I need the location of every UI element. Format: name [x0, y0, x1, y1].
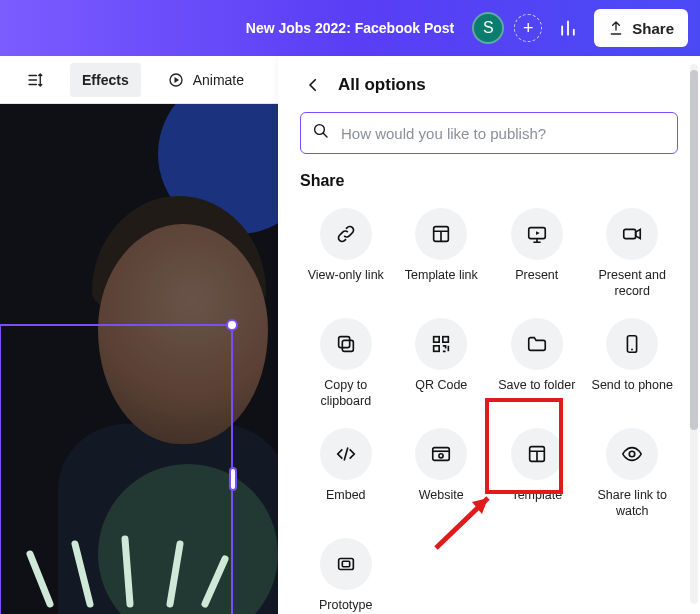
folder-icon: [511, 318, 563, 370]
share-option-label: View-only link: [308, 268, 384, 300]
embed-icon: [320, 428, 372, 480]
share-option-label: Copy to clipboard: [300, 378, 392, 410]
link-icon: [320, 208, 372, 260]
design-canvas[interactable]: re g: [0, 104, 278, 614]
panel-title: All options: [338, 75, 426, 95]
share-option-label: Prototype: [319, 598, 373, 614]
app-root: New Jobs 2022: Facebook Post S + Share E…: [0, 0, 700, 614]
share-option-present-and-record[interactable]: Present and record: [587, 204, 679, 304]
search-wrapper: [300, 112, 678, 154]
share-option-copy-to-clipboard[interactable]: Copy to clipboard: [300, 314, 392, 414]
share-option-template-link[interactable]: Template link: [396, 204, 488, 304]
qr-icon: [415, 318, 467, 370]
search-icon: [312, 122, 330, 144]
insights-button[interactable]: [552, 12, 584, 44]
add-member-button[interactable]: +: [514, 14, 542, 42]
prototype-icon: [320, 538, 372, 590]
svg-rect-9: [624, 229, 636, 238]
user-avatar[interactable]: S: [472, 12, 504, 44]
share-panel: All options Share View-only linkTemplate…: [278, 56, 700, 614]
share-option-label: Present: [515, 268, 558, 300]
animate-button[interactable]: Animate: [155, 63, 256, 97]
line-spacing-button[interactable]: [14, 63, 56, 97]
share-option-label: Present and record: [587, 268, 679, 300]
present-icon: [511, 208, 563, 260]
annotation-arrow: [428, 486, 508, 556]
share-option-label: Send to phone: [592, 378, 673, 410]
share-option-embed[interactable]: Embed: [300, 424, 392, 524]
share-option-label: QR Code: [415, 378, 467, 410]
resize-handle-mid-right[interactable]: [229, 467, 237, 491]
share-option-view-only-link[interactable]: View-only link: [300, 204, 392, 304]
effects-button[interactable]: Effects: [70, 63, 141, 97]
website-icon: [415, 428, 467, 480]
template-icon: [415, 208, 467, 260]
share-button[interactable]: Share: [594, 9, 688, 47]
search-input[interactable]: [300, 112, 678, 154]
animate-label: Animate: [193, 72, 244, 88]
share-option-share-link-to-watch[interactable]: Share link to watch: [587, 424, 679, 524]
svg-point-19: [630, 451, 636, 457]
upload-icon: [608, 20, 624, 36]
svg-rect-20: [338, 559, 353, 570]
share-option-qr-code[interactable]: QR Code: [396, 314, 488, 414]
top-header: New Jobs 2022: Facebook Post S + Share: [0, 0, 700, 56]
watch-icon: [606, 428, 658, 480]
svg-rect-11: [338, 337, 349, 348]
chevron-left-icon: [304, 76, 322, 94]
highlight-rectangle: [485, 398, 563, 494]
bar-chart-icon: [558, 18, 578, 38]
share-section-label: Share: [300, 172, 678, 190]
svg-rect-21: [342, 561, 349, 567]
svg-rect-13: [443, 337, 449, 343]
share-option-label: Template link: [405, 268, 478, 300]
resize-handle-top-right[interactable]: [226, 319, 238, 331]
line-spacing-icon: [26, 71, 44, 89]
share-button-label: Share: [632, 20, 674, 37]
share-option-label: Embed: [326, 488, 366, 520]
animate-icon: [167, 71, 185, 89]
panel-header: All options: [300, 72, 678, 98]
svg-rect-12: [434, 337, 440, 343]
effects-label: Effects: [82, 72, 129, 88]
share-option-label: Share link to watch: [587, 488, 679, 520]
share-option-prototype[interactable]: Prototype: [300, 534, 392, 614]
phone-icon: [606, 318, 658, 370]
scrollbar-thumb[interactable]: [690, 70, 698, 430]
back-button[interactable]: [300, 72, 326, 98]
svg-rect-14: [434, 346, 440, 352]
svg-point-17: [439, 454, 443, 458]
document-title[interactable]: New Jobs 2022: Facebook Post: [246, 20, 455, 36]
copy-icon: [320, 318, 372, 370]
share-option-send-to-phone[interactable]: Send to phone: [587, 314, 679, 414]
selection-box[interactable]: [0, 324, 233, 614]
svg-rect-10: [342, 340, 353, 351]
record-icon: [606, 208, 658, 260]
share-option-present[interactable]: Present: [491, 204, 583, 304]
